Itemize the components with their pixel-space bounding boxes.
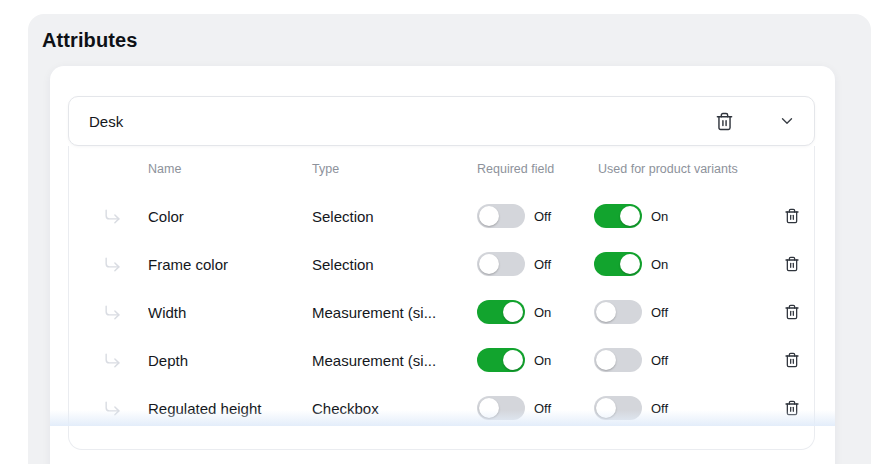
required-field-state-label: Off [534,257,551,272]
toggle-knob [503,302,523,322]
attribute-type: Measurement (si... [312,304,477,321]
trash-icon [784,400,800,416]
attribute-name: Frame color [148,256,312,273]
table-row: Depth Measurement (si... On Off [69,336,814,384]
required-field-toggle[interactable] [477,204,525,228]
corner-down-right-arrow-icon [103,207,122,226]
variants-state-label: Off [651,353,668,368]
required-field-cell: On [477,300,594,324]
trash-icon [784,352,800,368]
attribute-type: Measurement (si... [312,352,477,369]
table-row: Color Selection Off On [69,192,814,240]
variants-toggle[interactable] [594,396,642,420]
table-row: Frame color Selection Off On [69,240,814,288]
indent-cell [69,207,148,226]
variants-cell: Off [594,300,770,324]
trash-icon [784,208,800,224]
toggle-knob [503,350,523,370]
column-header-required: Required field [477,162,594,176]
corner-down-right-arrow-icon [103,303,122,322]
column-header-type: Type [312,162,477,176]
attribute-type: Selection [312,256,477,273]
table-header-row: Name Type Required field Used for produc… [69,146,814,192]
variants-cell: Off [594,396,770,420]
variants-cell: Off [594,348,770,372]
delete-attribute-button[interactable] [780,348,804,372]
required-field-state-label: On [534,353,551,368]
variants-state-label: Off [651,401,668,416]
attribute-name: Width [148,304,312,321]
toggle-knob [620,254,640,274]
required-field-state-label: Off [534,401,551,416]
delete-attribute-button[interactable] [780,204,804,228]
required-field-state-label: Off [534,209,551,224]
attribute-name: Color [148,208,312,225]
attribute-name: Regulated height [148,400,312,417]
delete-attribute-button[interactable] [780,252,804,276]
attribute-type: Checkbox [312,400,477,417]
delete-group-button[interactable] [711,108,738,135]
attribute-name: Depth [148,352,312,369]
toggle-knob [479,206,499,226]
indent-cell [69,303,148,322]
variants-toggle[interactable] [594,252,642,276]
indent-cell [69,255,148,274]
toggle-knob [596,398,616,418]
trash-icon [784,256,800,272]
required-field-state-label: On [534,305,551,320]
required-field-toggle[interactable] [477,396,525,420]
delete-attribute-button[interactable] [780,396,804,420]
variants-state-label: On [651,257,668,272]
trash-icon [715,112,734,131]
variants-cell: On [594,252,770,276]
variants-state-label: On [651,209,668,224]
attributes-table: Name Type Required field Used for produc… [68,146,815,450]
toggle-knob [479,398,499,418]
table-row: Width Measurement (si... On Off [69,288,814,336]
corner-down-right-arrow-icon [103,399,122,418]
chevron-down-icon [778,112,796,130]
attribute-type: Selection [312,208,477,225]
panel-title: Attributes [42,29,137,52]
variants-state-label: Off [651,305,668,320]
trash-icon [784,304,800,320]
variants-toggle[interactable] [594,300,642,324]
toggle-knob [596,350,616,370]
corner-down-right-arrow-icon [103,351,122,370]
column-header-name: Name [148,162,312,176]
toggle-knob [620,206,640,226]
required-field-toggle[interactable] [477,348,525,372]
table-row: Regulated height Checkbox Off Off [69,384,814,432]
variants-toggle[interactable] [594,204,642,228]
delete-attribute-button[interactable] [780,300,804,324]
column-header-variants: Used for product variants [594,162,770,176]
toggle-knob [596,302,616,322]
required-field-cell: Off [477,204,594,228]
required-field-toggle[interactable] [477,252,525,276]
table-body: Color Selection Off On [69,192,814,432]
required-field-cell: Off [477,396,594,420]
group-header[interactable]: Desk [68,96,815,146]
variants-cell: On [594,204,770,228]
attribute-group-card: Desk [50,66,835,464]
toggle-knob [479,254,499,274]
corner-down-right-arrow-icon [103,255,122,274]
required-field-toggle[interactable] [477,300,525,324]
required-field-cell: Off [477,252,594,276]
indent-cell [69,399,148,418]
indent-cell [69,351,148,370]
required-field-cell: On [477,348,594,372]
variants-toggle[interactable] [594,348,642,372]
group-name: Desk [89,113,711,130]
attributes-panel: Attributes Desk [28,14,871,464]
collapse-group-button[interactable] [774,108,800,134]
